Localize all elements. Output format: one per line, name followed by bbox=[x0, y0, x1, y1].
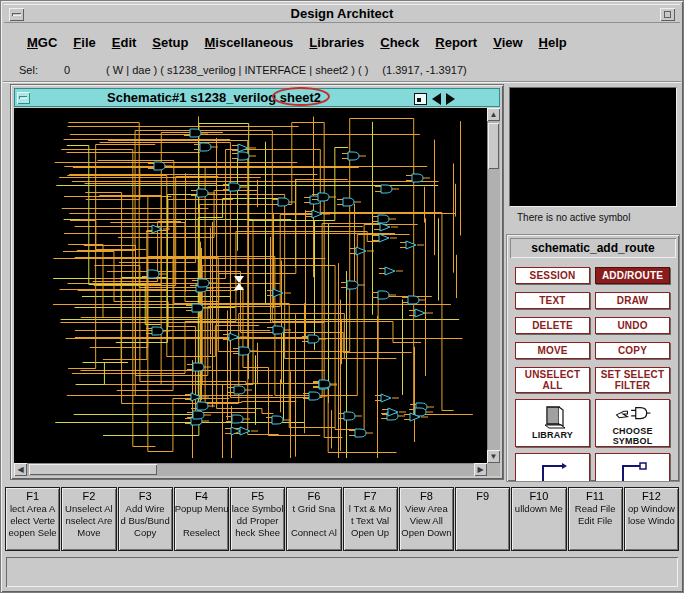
context-path: ( W | dae ) ( s1238_verilog | INTERFACE … bbox=[106, 64, 368, 76]
selection-count-label: Sel: bbox=[19, 64, 38, 76]
window-title: Design Architect bbox=[291, 6, 394, 21]
fkey-f3[interactable]: F3Add Wired Bus/BundCopy bbox=[118, 487, 173, 551]
scroll-left-arrow-icon[interactable]: ◀ bbox=[14, 463, 27, 476]
choose-symbol-button-label: CHOOSE SYMBOL bbox=[596, 426, 669, 446]
scroll-down-arrow-icon[interactable]: ▼ bbox=[487, 450, 500, 463]
palette-button-undo[interactable]: UNDO bbox=[595, 317, 670, 334]
cursor-coordinates: (1.3917, -1.3917) bbox=[382, 64, 466, 76]
palette-button-unselect-all[interactable]: UNSELECTALL bbox=[515, 367, 590, 393]
fkey-f8[interactable]: F8View AreaView AllOpen Down bbox=[399, 487, 454, 551]
palette-title: schematic_add_route bbox=[510, 238, 676, 258]
choose-symbol-button[interactable]: CHOOSE SYMBOL bbox=[595, 399, 670, 447]
route-corner-icon bbox=[538, 459, 568, 481]
fkey-f12[interactable]: F12op Windowlose Windo bbox=[624, 487, 679, 551]
menu-item-file[interactable]: File bbox=[65, 33, 103, 52]
library-button[interactable]: LIBRARY bbox=[515, 399, 590, 447]
palette-partial-button-right[interactable] bbox=[595, 453, 670, 481]
active-symbol-viewport bbox=[509, 87, 677, 207]
scroll-right-arrow-icon[interactable]: ▶ bbox=[474, 463, 487, 476]
fkey-f7[interactable]: F7l Txt & Mot Text ValOpen Up bbox=[343, 487, 398, 551]
command-palette: schematic_add_route SESSIONADD/ROUTETEXT… bbox=[507, 235, 679, 481]
fkey-f4[interactable]: F4Popup Menu Reselect bbox=[174, 487, 229, 551]
previous-sheet-arrow-icon[interactable] bbox=[432, 93, 441, 105]
menu-item-view[interactable]: View bbox=[485, 33, 530, 52]
palette-button-text[interactable]: TEXT bbox=[515, 292, 590, 309]
window-menu-icon[interactable] bbox=[9, 8, 24, 21]
vertical-scroll-thumb[interactable] bbox=[488, 123, 499, 169]
menu-item-libraries[interactable]: Libraries bbox=[301, 33, 372, 52]
menu-bar: MGCFileEditSetupMiscellaneousLibrariesCh… bbox=[5, 27, 679, 59]
choose-symbol-hand-gate-icon bbox=[613, 403, 653, 425]
box-glyph bbox=[664, 11, 671, 18]
menu-item-setup[interactable]: Setup bbox=[144, 33, 196, 52]
window-maximize-icon[interactable] bbox=[660, 8, 675, 21]
menu-item-check[interactable]: Check bbox=[372, 33, 427, 52]
horizontal-scrollbar[interactable]: ◀ ▶ bbox=[14, 463, 487, 476]
menu-item-miscellaneous[interactable]: Miscellaneous bbox=[196, 33, 301, 52]
schematic-title: Schematic#1 s1238_verilog sheet2 bbox=[15, 90, 413, 105]
status-bar: Sel: 0 ( W | dae ) ( s1238_verilog | INT… bbox=[5, 61, 679, 79]
palette-button-move[interactable]: MOVE bbox=[515, 342, 590, 359]
palette-grid-big: LIBRARY CHOOSE SYMBOL bbox=[507, 393, 679, 447]
palette-button-set-select-filter[interactable]: SET SELECTFILTER bbox=[595, 367, 670, 393]
schematic-title-sheet-wrap: sheet2 bbox=[280, 90, 321, 105]
palette-grid-small: SESSIONADD/ROUTETEXTDRAWDELETEUNDOMOVECO… bbox=[507, 261, 679, 393]
separator-groove bbox=[3, 81, 681, 83]
fkey-f1[interactable]: F1lect Area Aelect Verteeopen Sele bbox=[5, 487, 60, 551]
menu-item-mgc[interactable]: MGC bbox=[19, 33, 65, 52]
sheet-icon-button[interactable] bbox=[414, 93, 427, 105]
menu-item-help[interactable]: Help bbox=[531, 33, 575, 52]
schematic-titlebar-buttons bbox=[414, 91, 455, 106]
palette-button-add-route[interactable]: ADD/ROUTE bbox=[595, 267, 670, 284]
palette-button-draw[interactable]: DRAW bbox=[595, 292, 670, 309]
horizontal-scroll-thumb[interactable] bbox=[29, 464, 157, 475]
schematic-window: Schematic#1 s1238_verilog sheet2 ▲ ▼ ◀ bbox=[11, 85, 503, 479]
palette-grid-partial bbox=[507, 447, 679, 481]
schematic-body: ▲ ▼ ◀ ▶ bbox=[14, 108, 500, 476]
selection-count-value: 0 bbox=[64, 64, 70, 76]
next-sheet-arrow-icon[interactable] bbox=[446, 93, 455, 105]
message-bar bbox=[6, 557, 678, 587]
fkey-f2[interactable]: F2Unselect Alnselect AreMove bbox=[61, 487, 116, 551]
fkey-f11[interactable]: F11Read FileEdit File bbox=[568, 487, 623, 551]
route-corner-dot-icon bbox=[618, 459, 648, 481]
menu-item-report[interactable]: Report bbox=[427, 33, 485, 52]
palette-button-delete[interactable]: DELETE bbox=[515, 317, 590, 334]
window-titlebar[interactable]: Design Architect bbox=[4, 4, 680, 23]
fkey-f10[interactable]: F10ulldown Me bbox=[511, 487, 566, 551]
fkey-f9[interactable]: F9 bbox=[455, 487, 510, 551]
palette-button-session[interactable]: SESSION bbox=[515, 267, 590, 284]
design-architect-window: Design Architect MGCFileEditSetupMiscell… bbox=[0, 0, 684, 593]
scroll-up-arrow-icon[interactable]: ▲ bbox=[487, 108, 500, 121]
dash-glyph bbox=[12, 13, 21, 16]
fkey-f6[interactable]: F6t Grid Sna Connect Al bbox=[286, 487, 341, 551]
library-building-icon bbox=[538, 403, 568, 429]
palette-partial-button-left[interactable] bbox=[515, 453, 590, 481]
fkey-bar: F1lect Area Aelect Verteeopen SeleF2Unse… bbox=[5, 487, 679, 551]
dot-glyph bbox=[417, 98, 421, 102]
menu-item-edit[interactable]: Edit bbox=[104, 33, 145, 52]
schematic-titlebar[interactable]: Schematic#1 s1238_verilog sheet2 bbox=[14, 88, 500, 107]
schematic-title-prefix: Schematic#1 s1238_verilog bbox=[107, 90, 276, 105]
vertical-scrollbar[interactable]: ▲ ▼ bbox=[487, 108, 500, 463]
schematic-title-sheet: sheet2 bbox=[280, 90, 321, 105]
fkey-f5[interactable]: F5lace Symboldd Properheck Shee bbox=[230, 487, 285, 551]
library-button-label: LIBRARY bbox=[532, 430, 573, 440]
palette-button-copy[interactable]: COPY bbox=[595, 342, 670, 359]
active-symbol-message: There is no active symbol bbox=[511, 212, 679, 223]
schematic-canvas[interactable] bbox=[14, 108, 487, 464]
